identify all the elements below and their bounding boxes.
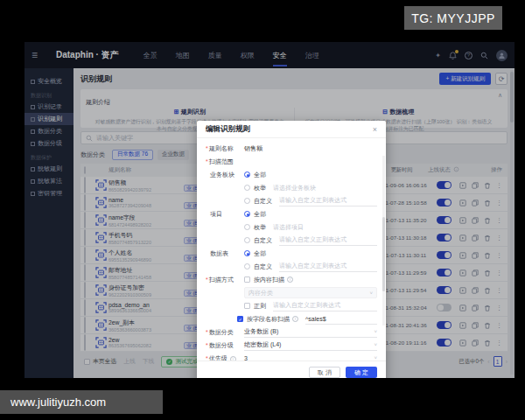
regex-checkbox[interactable] [244,303,250,309]
sector-label: 业务板块 [206,171,244,179]
priority-label: *优先级i [206,354,244,361]
modal-scrollbar-thumb[interactable] [382,217,385,291]
project-custom-radio[interactable] [244,237,250,243]
by-field-info-icon: i [292,316,298,322]
grading-label: *数据分级 [206,341,244,350]
datatable-label: 数据表 [206,249,244,258]
cancel-button[interactable]: 取 消 [309,367,340,378]
sector-custom-input[interactable]: 请输入自定义正则表达式 [279,196,377,206]
classification-label: *数据分类 [206,328,244,337]
project-all-radio[interactable] [244,211,250,217]
project-label: 项目 [206,210,244,219]
sector-all-radio[interactable] [244,172,250,178]
rule-name-input[interactable]: 销售额 [244,144,262,153]
datatable-custom-input[interactable]: 请输入自定义正则表达式 [279,262,377,272]
screenshot-stage: TG: MYYJJPP www.julitiyuzh.com ≡ Dataphi… [0,0,525,420]
modal-close-icon[interactable]: × [373,125,377,134]
watermark-top: TG: MYYJJPP [404,6,502,30]
dataphin-app-window: ≡ Dataphin · 资产 全景地图质量权限安全治理 ✦ ? [24,42,514,378]
modal-title: 编辑识别规则 [206,124,250,135]
modal-header: 编辑识别规则 × [197,121,386,138]
sector-enum-radio[interactable] [244,185,250,191]
modal-scrollbar[interactable] [382,156,385,326]
rule-name-label: *规则名称 [206,144,244,153]
modal-body: *规则名称 销售额 *扫描范围 业务板块 全部 枚举 请选择业务板块 自定义 请… [197,138,386,360]
watermark-bottom: www.julitiyuzh.com [0,390,163,414]
regex-input[interactable]: 请输入自定义正则表达式 [273,301,377,312]
by-content-checkbox[interactable] [244,276,250,283]
confirm-button[interactable]: 确 定 [346,367,377,378]
scan-scope-label: *扫描范围 [206,158,244,166]
datatable-all-radio[interactable] [244,250,250,256]
datatable-custom-radio[interactable] [244,263,250,270]
project-enum-radio[interactable] [244,224,250,230]
field-regex-input[interactable]: ^sales$ [305,314,377,325]
priority-info-icon: i [230,356,236,361]
project-enum-select[interactable]: 请选择项目 [273,223,304,232]
by-field-checkbox[interactable]: ✓ [237,316,243,322]
sector-custom-radio[interactable] [244,198,250,204]
priority-select[interactable]: 3˅ [244,353,377,360]
project-custom-input[interactable]: 请输入自定义正则表达式 [279,235,377,246]
scan-method-label: *扫描方式 [206,276,244,284]
by-content-info-icon: i [287,276,293,283]
content-category-select[interactable]: 内容分类˅ [244,287,377,298]
modal-footer: 取 消 确 定 [197,360,386,378]
classification-select[interactable]: 业务数据 (B)˅ [244,326,377,338]
sector-enum-select[interactable]: 请选择业务板块 [273,184,316,192]
grading-select[interactable]: 绝密数据 (L4)˅ [244,340,377,351]
edit-rule-modal: 编辑识别规则 × *规则名称 销售额 *扫描范围 业务板块 全部 枚举 请选择业… [197,121,386,378]
